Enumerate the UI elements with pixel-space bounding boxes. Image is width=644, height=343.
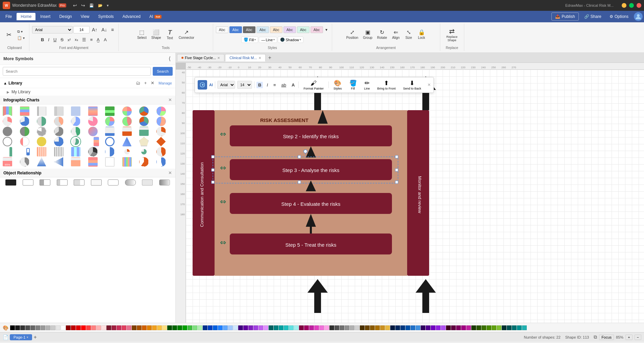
ft-underline-button[interactable]: ab — [280, 82, 288, 88]
rotate-button[interactable]: ↻ Rotate — [375, 29, 389, 41]
color-swatch[interactable] — [228, 325, 233, 330]
add-library-button[interactable]: + — [143, 80, 148, 86]
color-swatch[interactable] — [41, 325, 45, 330]
style-chip-8[interactable]: Abc — [311, 26, 323, 33]
shape-item[interactable] — [122, 127, 132, 136]
options-button[interactable]: ⚙ Options — [607, 13, 631, 20]
manage-link[interactable]: Manage — [158, 81, 172, 85]
style-chip-3[interactable]: Abc — [243, 26, 255, 33]
color-swatch[interactable] — [127, 325, 131, 330]
color-swatch[interactable] — [233, 325, 238, 330]
color-swatch[interactable] — [284, 325, 289, 330]
font-size-input[interactable] — [73, 26, 90, 33]
color-swatch[interactable] — [56, 325, 60, 330]
shape-item[interactable] — [139, 106, 149, 116]
shape-item[interactable] — [122, 106, 132, 116]
style-chip-7[interactable]: Abc — [297, 26, 309, 33]
zoom-out-button[interactable]: − — [635, 335, 641, 340]
menu-home[interactable]: Home — [17, 13, 35, 20]
color-swatch[interactable] — [253, 325, 258, 330]
superscript-button[interactable]: x² — [66, 37, 72, 43]
color-swatch[interactable] — [385, 325, 390, 330]
color-swatch[interactable] — [446, 325, 451, 330]
page-tab-dropdown-icon[interactable]: ▾ — [27, 336, 28, 339]
shape-button[interactable]: ⬜ Shape — [149, 29, 163, 41]
color-swatch[interactable] — [329, 325, 334, 330]
style-chip-1[interactable]: Abc — [216, 26, 228, 33]
color-swatch[interactable] — [441, 325, 446, 330]
close-library-button[interactable]: ✕ — [149, 80, 156, 86]
menu-insert[interactable]: Insert — [36, 13, 54, 20]
size-button[interactable]: ⤡ Size — [403, 29, 415, 41]
connector-button[interactable]: ↗ Connector — [177, 29, 196, 41]
menu-advanced[interactable]: Advanced — [119, 13, 145, 20]
shape-item[interactable] — [54, 106, 64, 116]
color-swatch[interactable] — [309, 325, 314, 330]
more-button[interactable]: ▾ — [105, 3, 110, 8]
color-swatch[interactable] — [426, 325, 430, 330]
alignment-button[interactable]: ≡ — [109, 26, 116, 33]
shape-item[interactable] — [54, 117, 64, 126]
color-swatch[interactable] — [360, 325, 365, 330]
color-swatch[interactable] — [137, 325, 142, 330]
color-swatch[interactable] — [436, 325, 441, 330]
color-swatch[interactable] — [167, 325, 172, 330]
shape-item[interactable] — [105, 106, 115, 116]
styles-expand-button[interactable]: ▾ — [324, 27, 329, 33]
shape-item[interactable] — [94, 137, 99, 146]
user-avatar[interactable] — [634, 12, 643, 21]
color-swatch[interactable] — [507, 325, 512, 330]
shape-item[interactable] — [105, 117, 115, 126]
color-swatch[interactable] — [487, 325, 491, 330]
color-swatch[interactable] — [400, 325, 405, 330]
color-swatch[interactable] — [421, 325, 425, 330]
list2-button[interactable]: ≡ — [89, 36, 95, 43]
font-family-select[interactable]: ArialTimes New RomanCalibri — [32, 26, 73, 33]
shape-item[interactable] — [26, 148, 30, 155]
bold-button[interactable]: B — [39, 36, 46, 43]
color-swatch[interactable] — [481, 325, 486, 330]
color-swatch[interactable] — [431, 325, 436, 330]
color-swatch[interactable] — [162, 325, 167, 330]
style-chip-4[interactable]: Abc — [256, 26, 269, 33]
color-swatch[interactable] — [172, 325, 177, 330]
shape-item[interactable] — [88, 117, 98, 126]
color-swatch[interactable] — [299, 325, 304, 330]
shape-item[interactable] — [74, 179, 84, 186]
color-swatch[interactable] — [370, 325, 375, 330]
send-to-back-label[interactable]: Send to Back — [403, 87, 421, 91]
color-swatch[interactable] — [492, 325, 496, 330]
close-button[interactable] — [637, 3, 641, 8]
shape-item[interactable] — [3, 127, 12, 136]
highlight-button[interactable]: A — [102, 36, 108, 43]
italic-button[interactable]: I — [46, 36, 51, 43]
color-swatch[interactable] — [380, 325, 385, 330]
color-swatch[interactable] — [81, 325, 86, 330]
fill-dropdown[interactable]: 🪣 Fill ▾ — [241, 36, 258, 43]
select-button[interactable]: ⬚ Select — [135, 29, 149, 41]
color-swatch[interactable] — [25, 325, 30, 330]
shape-item[interactable] — [71, 117, 80, 126]
subscript-button[interactable]: x₂ — [73, 37, 80, 43]
color-swatch[interactable] — [117, 325, 121, 330]
font-color-button[interactable]: A̲ — [95, 36, 101, 43]
color-swatch[interactable] — [461, 325, 466, 330]
color-swatch[interactable] — [177, 325, 182, 330]
shape-item[interactable] — [122, 157, 132, 167]
color-swatch[interactable] — [182, 325, 187, 330]
color-swatch[interactable] — [390, 325, 395, 330]
object-relationship-header[interactable]: Object Relationship ✕ — [0, 169, 175, 177]
color-swatch[interactable] — [142, 325, 147, 330]
color-swatch[interactable] — [269, 325, 273, 330]
shape-item[interactable] — [71, 147, 80, 156]
color-swatch[interactable] — [218, 325, 223, 330]
color-swatch[interactable] — [76, 325, 81, 330]
close-infographic-button[interactable]: ✕ — [168, 97, 172, 102]
shape-item[interactable] — [20, 106, 29, 116]
line-dropdown[interactable]: — Line ▾ — [259, 37, 277, 43]
color-swatch[interactable] — [147, 325, 152, 330]
bring-to-front-label[interactable]: Bring to Front — [377, 87, 396, 91]
shape-item[interactable] — [3, 117, 12, 126]
cut-button[interactable]: ✂ — [3, 30, 15, 40]
shape-item[interactable] — [156, 147, 166, 156]
